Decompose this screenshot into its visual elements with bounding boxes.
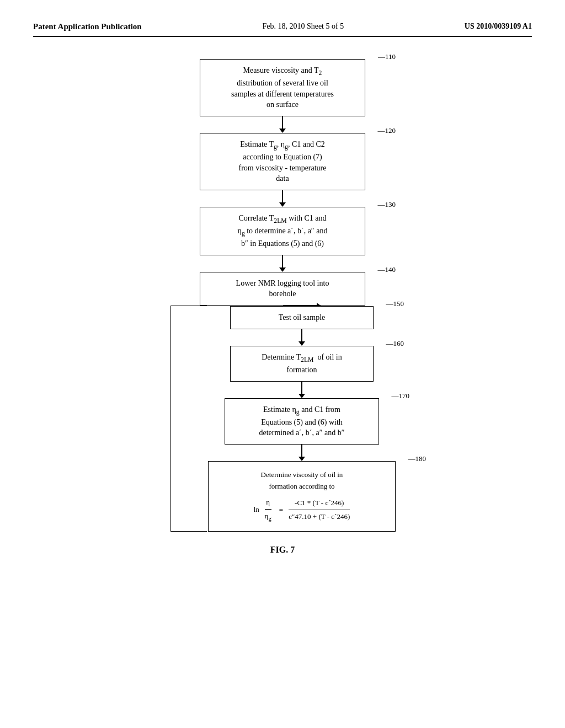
step-110-wrapper: Measure viscosity and T2 distribution of… xyxy=(200,59,365,116)
arrow-170-180 xyxy=(299,445,305,461)
step-130-label: —130 xyxy=(378,200,396,209)
patent-number-label: US 2010/0039109 A1 xyxy=(465,22,532,31)
step-110-box: Measure viscosity and T2 distribution of… xyxy=(200,59,365,116)
step-120-label: —120 xyxy=(378,126,396,135)
figure-caption: FIG. 7 xyxy=(33,545,532,555)
page: Patent Application Publication Feb. 18, … xyxy=(0,0,565,728)
step-150-wrapper: Test oil sample —150 xyxy=(230,306,374,329)
publication-label: Patent Application Publication xyxy=(33,22,142,31)
step-130-box: Correlate T2LM with C1 and ηg to determi… xyxy=(200,207,365,255)
step-170-label: —170 xyxy=(392,392,410,400)
page-header: Patent Application Publication Feb. 18, … xyxy=(33,22,532,37)
step-180-label: —180 xyxy=(408,454,427,463)
step-170-wrapper: Estimate ηg and C1 from Equations (5) an… xyxy=(225,398,379,445)
step-180-box: Determine viscosity of oil in formation … xyxy=(208,461,396,532)
step-150-box: Test oil sample xyxy=(230,306,374,329)
step-150-label: —150 xyxy=(386,299,404,308)
date-sheet-label: Feb. 18, 2010 Sheet 5 of 5 xyxy=(262,22,344,31)
step-130-wrapper: Correlate T2LM with C1 and ηg to determi… xyxy=(200,207,365,255)
formula-equals: = xyxy=(279,505,283,516)
step-140-label: —140 xyxy=(378,265,396,274)
arrow-110-120 xyxy=(279,116,286,133)
arrow-160-170 xyxy=(299,382,305,398)
step-110-label: —110 xyxy=(378,52,396,61)
step-120-box: Estimate Tg, ηg, C1 and C2 according to … xyxy=(200,133,365,190)
step-180-text: Determine viscosity of oil in formation … xyxy=(217,469,386,493)
formula-row: ln η ηg = -C1 * (T - c´246) c″47.10 xyxy=(217,497,386,524)
loop-bracket xyxy=(170,306,207,532)
step-160-box: Determine T2LM of oil in formation xyxy=(230,346,374,382)
step-180-wrapper: Determine viscosity of oil in formation … xyxy=(208,461,396,532)
step-160-label: —160 xyxy=(386,339,404,348)
step-160-wrapper: Determine T2LM of oil in formation —160 xyxy=(230,346,374,382)
formula-fraction-eta: η ηg xyxy=(265,497,271,524)
arrow-150-160 xyxy=(299,329,305,346)
step-140-box: Lower NMR logging tool into borehole xyxy=(200,272,365,306)
arrow-120-130 xyxy=(279,190,286,207)
arrow-130-140 xyxy=(279,255,286,272)
step-170-box: Estimate ηg and C1 from Equations (5) an… xyxy=(225,398,379,445)
step-140-wrapper: Lower NMR logging tool into borehole —14… xyxy=(200,272,365,306)
formula-main-fraction: -C1 * (T - c´246) c″47.10 + (T - c´246) xyxy=(289,497,350,523)
step-120-wrapper: Estimate Tg, ηg, C1 and C2 according to … xyxy=(200,133,365,190)
flowchart: Measure viscosity and T2 distribution of… xyxy=(33,59,532,532)
formula-ln: ln xyxy=(254,505,259,513)
